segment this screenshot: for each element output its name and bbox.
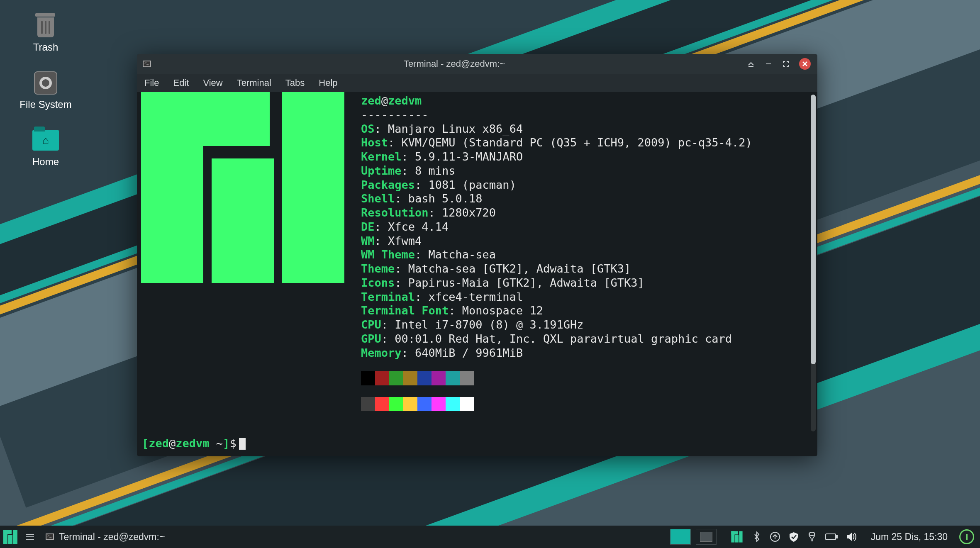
scrollbar-thumb[interactable]: [811, 95, 816, 364]
menu-edit[interactable]: Edit: [173, 78, 189, 88]
minimize-button[interactable]: [764, 60, 773, 68]
menu-view[interactable]: View: [203, 78, 222, 88]
panel-menu-button[interactable]: [21, 534, 39, 540]
taskbar-item-terminal[interactable]: Terminal - zed@zedvm:~: [39, 526, 171, 548]
disk-icon: [32, 70, 59, 96]
shield-icon[interactable]: [789, 531, 799, 542]
clock[interactable]: Jum 25 Dis, 15:30: [865, 531, 953, 543]
start-menu-button[interactable]: [0, 526, 21, 548]
taskbar-item-label: Terminal - zed@zedvm:~: [59, 531, 165, 543]
desktop-icon-trash[interactable]: Trash: [12, 12, 79, 53]
power-button[interactable]: [959, 529, 974, 544]
rollup-button[interactable]: [747, 60, 755, 68]
tray-manjaro-icon[interactable]: [730, 530, 744, 544]
desktop-icon-label: Home: [32, 156, 59, 168]
terminal-icon: [46, 533, 54, 540]
svg-rect-5: [836, 536, 837, 538]
manjaro-icon: [3, 530, 17, 544]
close-button[interactable]: [799, 58, 811, 70]
menu-file[interactable]: File: [144, 78, 159, 88]
menu-help[interactable]: Help: [319, 78, 337, 88]
taskbar: Terminal - zed@zedvm:~ Jum 25 Dis, 15:30: [0, 526, 980, 548]
terminal-icon: [143, 61, 151, 67]
shell-prompt: [zed@zedvm ~]$: [142, 436, 246, 451]
desktop-icon-label: File System: [20, 99, 71, 110]
window-titlebar[interactable]: Terminal - zed@zedvm:~: [137, 54, 817, 74]
menu-tabs[interactable]: Tabs: [285, 78, 305, 88]
desktop-icon-label: Trash: [33, 41, 58, 53]
workspace-2[interactable]: [696, 529, 717, 545]
desktop-icon-home[interactable]: ⌂ Home: [12, 127, 79, 168]
workspace-1[interactable]: [670, 529, 691, 545]
menu-terminal[interactable]: Terminal: [237, 78, 271, 88]
window-title: Terminal - zed@zedvm:~: [162, 58, 747, 69]
bluetooth-icon[interactable]: [752, 531, 761, 542]
terminal-window: Terminal - zed@zedvm:~ File Edit View Te…: [137, 54, 817, 456]
svg-rect-4: [826, 534, 836, 540]
desktop-icon-filesystem[interactable]: File System: [12, 70, 79, 110]
neofetch-output: zed@zedvm ---------- OS: Manjaro Linux x…: [361, 92, 812, 451]
home-folder-icon: ⌂: [32, 127, 59, 153]
terminal-body[interactable]: zed@zedvm ---------- OS: Manjaro Linux x…: [137, 92, 817, 456]
scrollbar[interactable]: [811, 95, 816, 431]
menu-bar: File Edit View Terminal Tabs Help: [137, 74, 817, 92]
text-cursor: [239, 438, 246, 450]
maximize-button[interactable]: [782, 60, 790, 68]
trash-icon: [32, 12, 59, 39]
manjaro-logo-icon: [141, 92, 344, 283]
system-tray: [722, 530, 865, 544]
clipboard-icon[interactable]: [807, 531, 817, 542]
updates-icon[interactable]: [770, 531, 780, 542]
workspace-pager: [664, 529, 722, 545]
volume-icon[interactable]: [846, 532, 858, 542]
battery-icon[interactable]: [825, 533, 838, 541]
